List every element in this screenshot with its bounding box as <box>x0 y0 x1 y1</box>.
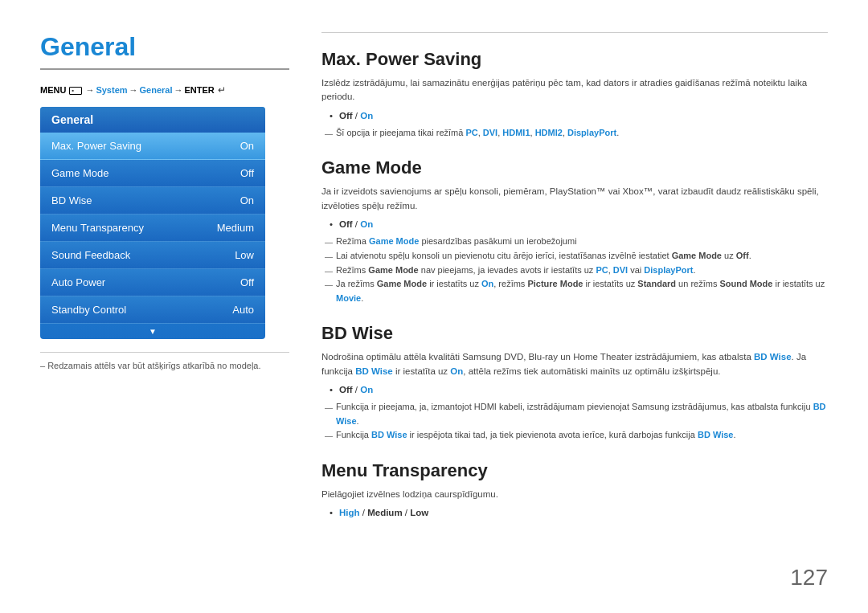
bullet-off-on-max: Off / On <box>330 108 828 123</box>
section-max-power-saving: Max. Power Saving Izslēdz izstrādājumu, … <box>321 49 828 140</box>
page-number: 127 <box>790 565 828 591</box>
menu-path: MENU → System → General → ENTER ↵ <box>40 84 289 96</box>
menu-item-max-power[interactable]: Max. Power Saving On <box>40 133 265 160</box>
bullets-game-mode: Off / On <box>330 217 828 231</box>
bullets-menu-transparency: High / Medium / Low <box>330 505 828 520</box>
left-column: General MENU → System → General → ENTER … <box>40 32 289 589</box>
text-game-mode: Ja ir izveidots savienojums ar spēļu kon… <box>321 185 828 213</box>
dash-max-1: Šī opcija ir pieejama tikai režīmā PC, D… <box>325 126 828 141</box>
text-bd-wise: Nodrošina optimālu attēla kvalitāti Sams… <box>321 350 828 378</box>
bullet-off-on-bd: Off / On <box>330 382 828 397</box>
heading-max-power-saving: Max. Power Saving <box>321 49 828 70</box>
enter-label: ENTER <box>185 85 215 95</box>
bullet-high-medium-low: High / Medium / Low <box>330 505 828 520</box>
footnote: – Redzamais attēls var būt atšķirīgs atk… <box>40 352 289 370</box>
bullet-off-on-game: Off / On <box>330 217 828 231</box>
general-label: General <box>140 85 173 95</box>
menu-panel: General Max. Power Saving On Game Mode O… <box>40 107 265 339</box>
dashes-max-power-saving: Šī opcija ir pieejama tikai režīmā PC, D… <box>325 126 828 141</box>
top-divider <box>321 32 828 33</box>
scroll-down-icon: ▼ <box>40 324 265 339</box>
section-game-mode: Game Mode Ja ir izveidots savienojums ar… <box>321 157 828 305</box>
page-title: General <box>40 32 289 70</box>
dash-game-2: Lai atvienotu spēļu konsoli un pievienot… <box>325 249 828 264</box>
dash-bd-1: Funkcija ir pieejama, ja, izmantojot HDM… <box>325 400 828 428</box>
right-column: Max. Power Saving Izslēdz izstrādājumu, … <box>321 32 828 589</box>
menu-label: MENU <box>40 85 66 95</box>
heading-menu-transparency: Menu Transparency <box>321 460 828 481</box>
system-label: System <box>96 85 127 95</box>
dash-game-3: Režīms Game Mode nav pieejams, ja ievade… <box>325 264 828 278</box>
heading-game-mode: Game Mode <box>321 157 828 178</box>
dash-game-1: Režīma Game Mode piesardzības pasākumi u… <box>325 235 828 249</box>
section-bd-wise: BD Wise Nodrošina optimālu attēla kvalit… <box>321 323 828 443</box>
menu-item-menu-transparency[interactable]: Menu Transparency Medium <box>40 215 265 242</box>
menu-item-auto-power[interactable]: Auto Power Off <box>40 269 265 296</box>
text-menu-transparency: Pielāgojiet izvēlnes lodziņa caurspīdīgu… <box>321 488 828 501</box>
menu-item-bd-wise[interactable]: BD Wise On <box>40 187 265 215</box>
dash-game-4: Ja režīms Game Mode ir iestatīts uz On, … <box>325 277 828 305</box>
bullets-bd-wise: Off / On <box>330 382 828 397</box>
dashes-bd-wise: Funkcija ir pieejama, ja, izmantojot HDM… <box>325 400 828 443</box>
menu-item-game-mode[interactable]: Game Mode Off <box>40 160 265 187</box>
menu-icon <box>69 87 82 95</box>
heading-bd-wise: BD Wise <box>321 323 828 344</box>
bullets-max-power-saving: Off / On <box>330 108 828 123</box>
text-max-power-saving: Izslēdz izstrādājumu, lai samazinātu ene… <box>321 76 828 104</box>
enter-icon: ↵ <box>218 84 226 96</box>
menu-item-standby-control[interactable]: Standby Control Auto <box>40 296 265 324</box>
dashes-game-mode: Režīma Game Mode piesardzības pasākumi u… <box>325 235 828 305</box>
panel-header: General <box>40 107 265 133</box>
menu-item-sound-feedback[interactable]: Sound Feedback Low <box>40 242 265 269</box>
section-menu-transparency: Menu Transparency Pielāgojiet izvēlnes l… <box>321 460 828 521</box>
dash-bd-2: Funkcija BD Wise ir iespējota tikai tad,… <box>325 428 828 443</box>
